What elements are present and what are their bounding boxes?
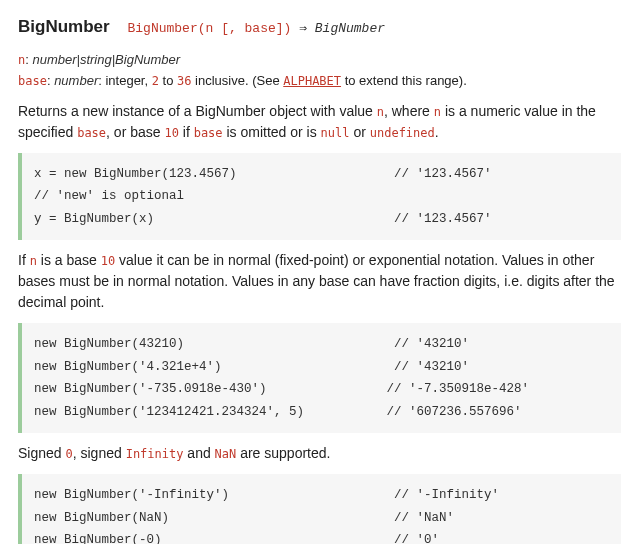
signature-return: BigNumber — [315, 21, 385, 36]
base-low: 2 — [152, 74, 159, 88]
param-n-type: number|string|BigNumber — [32, 52, 180, 67]
code-example-2: new BigNumber(43210) // '43210' new BigN… — [18, 323, 621, 433]
method-header: BigNumber BigNumber(n [, base]) ⇒ BigNum… — [18, 14, 621, 48]
param-n: n: number|string|BigNumber — [18, 50, 621, 70]
description-2: If n is a base 10 value it can be in nor… — [18, 250, 621, 313]
param-base-name: base — [18, 74, 47, 88]
param-base: base: number: integer, 2 to 36 inclusive… — [18, 71, 621, 91]
method-signature: BigNumber(n [, base]) ⇒ BigNumber — [128, 21, 385, 36]
description-3: Signed 0, signed Infinity and NaN are su… — [18, 443, 621, 464]
code-example-1: x = new BigNumber(123.4567) // '123.4567… — [18, 153, 621, 241]
description-1: Returns a new instance of a BigNumber ob… — [18, 101, 621, 143]
param-base-type: number — [54, 73, 98, 88]
base-high: 36 — [177, 74, 191, 88]
signature-arrow: ⇒ — [291, 21, 314, 36]
alphabet-link[interactable]: ALPHABET — [283, 74, 341, 88]
signature-call: BigNumber(n [, base]) — [128, 21, 292, 36]
method-title: BigNumber — [18, 14, 110, 40]
code-example-3: new BigNumber('-Infinity') // '-Infinity… — [18, 474, 621, 544]
